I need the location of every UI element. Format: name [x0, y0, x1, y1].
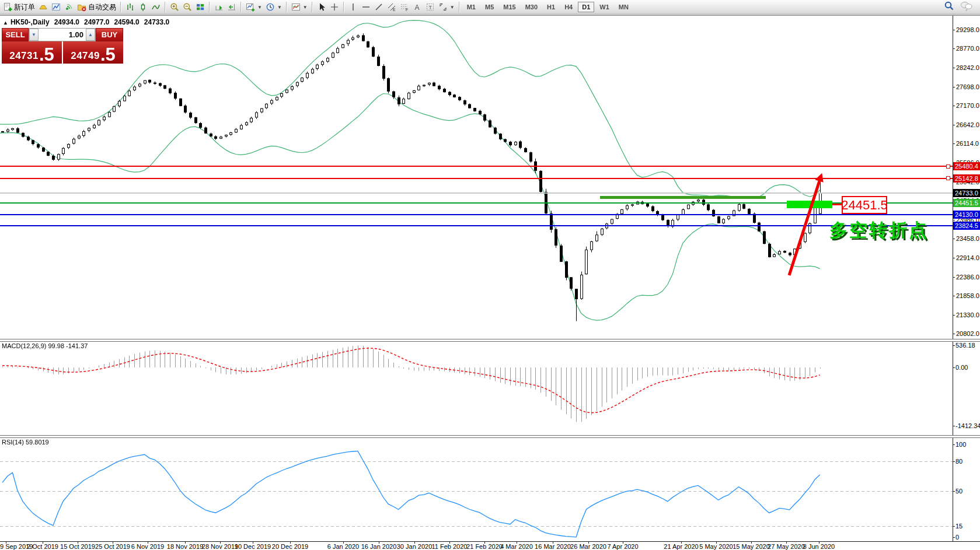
text-tool[interactable]: A — [411, 1, 424, 13]
price-level-line[interactable] — [0, 166, 953, 167]
price-tick-mark — [953, 30, 955, 30]
equidistant-channel-icon: E — [387, 2, 396, 12]
crosshair-tool-button[interactable] — [328, 1, 341, 13]
date-tick-label: 6 Jan 2020 — [327, 543, 359, 550]
one-click-trading-panel: SELL ▼ 1.00 ▲ BUY 24731.5 24749.5 — [2, 28, 123, 64]
price-tick-label: 21330.0 — [956, 311, 979, 318]
volume-decrease-button[interactable]: ▼ — [29, 29, 39, 41]
market-watch-icon — [51, 2, 61, 12]
new-order-icon — [3, 2, 12, 12]
date-tick-label: 7 Apr 2020 — [607, 543, 638, 550]
svg-text:T: T — [428, 5, 432, 10]
price-level-badge: 25142.8 — [953, 174, 980, 183]
fibonacci-icon: F — [400, 2, 409, 12]
signals-button[interactable] — [62, 1, 75, 13]
price-tick-mark — [953, 220, 955, 220]
timeframe-m15[interactable]: M15 — [499, 2, 519, 12]
fibonacci-tool[interactable]: F — [398, 1, 411, 13]
ohlc-low: 24594.0 — [114, 18, 139, 26]
rsi-value: 59.8019 — [26, 439, 49, 446]
bar-chart-icon — [125, 2, 135, 12]
label-tool[interactable]: T — [424, 1, 437, 13]
rsi-tick-mark — [953, 537, 955, 538]
templates-button[interactable]: ▼ — [290, 1, 309, 13]
pane-separator-macd[interactable] — [0, 339, 980, 342]
price-tick-mark — [953, 48, 955, 49]
ohlc-open: 24934.0 — [54, 18, 79, 26]
chart-marker-icon: ▲ — [3, 20, 8, 26]
macd-title: MACD(12,26,9) — [2, 342, 46, 349]
chart-shift-button[interactable] — [225, 1, 238, 13]
auto-trading-button[interactable]: 自动交易 — [75, 1, 118, 13]
timeframe-h4[interactable]: H4 — [560, 2, 577, 12]
timeframe-mn[interactable]: MN — [615, 2, 633, 12]
svg-text:F: F — [406, 8, 408, 12]
toolbar-separator — [120, 2, 121, 12]
turning-point-note[interactable]: 多空转折点 — [829, 218, 929, 243]
market-watch-button[interactable] — [50, 1, 62, 13]
toolbar-separator — [343, 2, 344, 12]
trend-arrow-drawing[interactable] — [776, 168, 835, 285]
line-handle[interactable] — [946, 164, 950, 169]
auto-trading-icon — [77, 2, 86, 12]
vertical-line-tool[interactable] — [347, 1, 360, 13]
rsi-label: RSI(14) 59.8019 — [2, 439, 49, 446]
chart-shift-icon — [227, 2, 236, 12]
price-tick-label: 23458.0 — [956, 235, 979, 242]
auto-scroll-button[interactable] — [212, 1, 225, 13]
price-tick-mark — [953, 239, 955, 239]
ohlc-close: 24733.0 — [144, 18, 169, 26]
sell-button[interactable]: SELL — [2, 28, 29, 41]
volume-input[interactable]: 1.00 — [39, 29, 86, 41]
new-chart-button[interactable]: ▼ — [244, 1, 264, 13]
volume-increase-button[interactable]: ▲ — [86, 29, 95, 41]
buy-button[interactable]: BUY — [96, 28, 123, 41]
line-chart-button[interactable] — [149, 1, 162, 13]
sell-price-display[interactable]: 24731.5 — [2, 41, 62, 64]
channel-tool[interactable]: E — [385, 1, 398, 13]
timeframe-m5[interactable]: M5 — [481, 2, 498, 12]
date-tick-label: 5 May 2020 — [699, 543, 733, 550]
timeframe-h1[interactable]: H1 — [543, 2, 559, 12]
zoom-out-button[interactable] — [181, 1, 194, 13]
arrows-tool[interactable]: ▼ — [437, 1, 456, 13]
chat-icon[interactable] — [960, 1, 973, 13]
date-tick-label: 30 Jan 2020 — [397, 543, 433, 550]
buy-price-dec: .5 — [100, 48, 116, 62]
rsi-tick-label: 0 — [955, 534, 959, 541]
resistance-segment-drawing[interactable] — [600, 196, 766, 199]
arrows-icon — [438, 2, 448, 12]
timeframe-m1[interactable]: M1 — [463, 2, 480, 12]
toolbar-separator — [240, 2, 242, 12]
horizontal-line-tool[interactable] — [360, 1, 372, 13]
tile-windows-button[interactable] — [194, 1, 207, 13]
candlestick-button[interactable] — [137, 1, 149, 13]
new-order-button[interactable]: 新订单 — [1, 1, 37, 13]
price-tick-mark — [953, 106, 955, 106]
date-tick-label: 4 Mar 2020 — [500, 543, 533, 550]
text-icon: A — [413, 2, 422, 12]
rsi-tick-mark — [953, 491, 955, 492]
date-tick-label: 21 Apr 2020 — [664, 543, 698, 550]
cursor-tool-button[interactable] — [315, 1, 328, 13]
date-tick-label: 16 Mar 2020 — [535, 543, 571, 550]
price-annotation-box[interactable]: 24451.5 — [842, 196, 887, 214]
gold-button[interactable] — [37, 1, 50, 13]
periods-button[interactable]: ▼ — [264, 1, 284, 13]
zoom-in-button[interactable] — [168, 1, 181, 13]
price-tick-mark — [953, 68, 955, 68]
timeframe-w1[interactable]: W1 — [595, 2, 613, 12]
search-icon[interactable] — [944, 1, 954, 13]
date-tick-label: 15 Oct 2019 — [60, 543, 95, 550]
timeframe-m30[interactable]: M30 — [521, 2, 542, 12]
pane-separator-rsi[interactable] — [0, 435, 980, 438]
line-handle[interactable] — [946, 176, 950, 180]
bar-chart-button[interactable] — [124, 1, 137, 13]
timeframe-d1[interactable]: D1 — [578, 2, 594, 12]
buy-price-display[interactable]: 24749.5 — [63, 41, 123, 64]
trendline-tool[interactable] — [372, 1, 385, 13]
price-level-badge: 24130.0 — [953, 211, 980, 219]
sell-price-main: 24731 — [9, 50, 39, 62]
price-tick-label: 22914.0 — [956, 254, 979, 261]
zoom-out-icon — [183, 2, 192, 12]
